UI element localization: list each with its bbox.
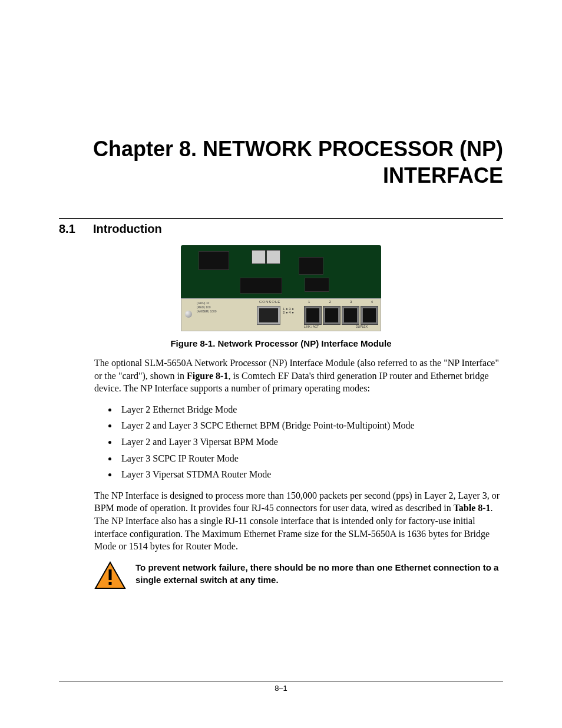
svg-rect-1: [109, 569, 112, 580]
legend-row: (RED) 100: [197, 305, 217, 309]
port-num: 1: [308, 300, 310, 304]
section-heading: 8.1 Introduction: [59, 222, 503, 236]
figure-caption: Figure 8-1. Network Processor (NP) Inter…: [59, 338, 503, 348]
rj45-port-icon: [323, 306, 340, 325]
list-item: Layer 2 and Layer 3 Vipersat BPM Mode: [118, 436, 503, 449]
console-label: CONSOLE: [259, 300, 280, 304]
page: Chapter 8. NETWORK PROCESSOR (NP) INTERF…: [0, 0, 562, 728]
text-fragment: The NP Interface is designed to process …: [94, 490, 500, 513]
port-num: 2: [329, 300, 331, 304]
svg-rect-2: [109, 582, 112, 585]
rj45-port-icon: [342, 306, 359, 325]
chip-icon: [252, 250, 266, 264]
footer-rule: [59, 681, 503, 681]
figure-reference: Figure 8-1: [187, 371, 228, 381]
chip-icon: [199, 251, 229, 270]
link-act-label: LINK / ACT: [304, 325, 319, 328]
list-item: Layer 3 SCPC IP Router Mode: [118, 452, 503, 465]
warning-icon: [94, 561, 126, 589]
intro-paragraph-1: The optional SLM-5650A Network Processor…: [94, 357, 503, 395]
speed-led-legend: (GRN) 10 (RED) 100 (AMBER) 1000: [197, 301, 217, 314]
table-reference: Table 8-1: [454, 503, 491, 513]
intro-paragraph-2: The NP Interface is designed to process …: [94, 489, 503, 553]
port-number-labels: 1 2 3 4: [308, 300, 373, 304]
faceplate: (GRN) 10 (RED) 100 (AMBER) 1000 CONSOLE …: [181, 298, 381, 331]
page-number: 8–1: [275, 684, 287, 693]
legend-row: (GRN) 10: [197, 301, 217, 305]
operating-mode-list: Layer 2 Ethernet Bridge Mode Layer 2 and…: [94, 403, 503, 481]
port-num: 3: [350, 300, 352, 304]
chip-icon: [305, 278, 329, 292]
duplex-label: DUPLEX: [356, 325, 368, 328]
chapter-title: Chapter 8. NETWORK PROCESSOR (NP) INTERF…: [59, 136, 503, 189]
rj11-port-icon: [257, 306, 280, 325]
list-item: Layer 2 Ethernet Bridge Mode: [118, 403, 503, 416]
rj45-port-icon: [304, 306, 322, 325]
page-footer: 8–1: [59, 681, 503, 693]
screw-icon: [185, 311, 192, 318]
led-row: 2 ● 4 ●: [283, 311, 294, 314]
chip-icon: [266, 250, 280, 264]
chip-icon: [299, 257, 323, 275]
chip-icon: [240, 278, 282, 294]
rj45-port-icon: [361, 306, 378, 325]
section-title: Introduction: [93, 222, 162, 236]
pcb: [181, 245, 381, 298]
port-led-matrix: 1 ● 3 ● 2 ● 4 ●: [283, 307, 294, 314]
figure-8-1: (GRN) 10 (RED) 100 (AMBER) 1000 CONSOLE …: [59, 245, 503, 331]
np-module-image: (GRN) 10 (RED) 100 (AMBER) 1000 CONSOLE …: [181, 245, 381, 331]
list-item: Layer 2 and Layer 3 SCPC Ethernet BPM (B…: [118, 419, 503, 432]
legend-row: (AMBER) 1000: [197, 309, 217, 314]
port-num: 4: [371, 300, 373, 304]
section-number: 8.1: [59, 222, 93, 236]
rj45-ports: [304, 306, 378, 325]
warning-text: To prevent network failure, there should…: [135, 561, 503, 586]
list-item: Layer 3 Vipersat STDMA Router Mode: [118, 468, 503, 481]
warning-note: To prevent network failure, there should…: [94, 561, 503, 589]
section-rule: [59, 218, 503, 219]
